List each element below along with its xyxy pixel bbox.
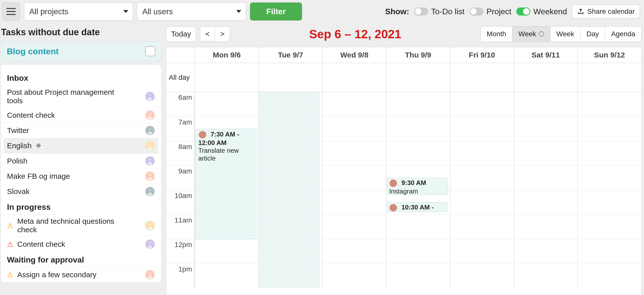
day-column[interactable] [258,92,322,288]
view-switch: Month Week Week Day Agenda [480,26,642,42]
task-group-header: Waiting for approval [1,252,161,267]
project-card-checkbox[interactable] [145,46,155,56]
toggle-todo-label: To-Do list [431,7,464,16]
day-header: Fri 9/10 [450,47,514,63]
prev-button[interactable]: < [200,26,215,42]
refresh-icon [539,31,544,37]
today-button-label: Today [171,30,191,38]
hamburger-icon [6,8,16,15]
calendar-event[interactable]: 9:30 AMInstagram [387,178,448,195]
allday-cell[interactable] [322,63,386,92]
avatar [145,186,155,196]
event-title: Translate new article [198,147,254,162]
toggle-project[interactable]: Project [470,7,512,16]
avatar [145,110,155,120]
chevron-down-icon [123,10,128,13]
show-label: Show: [385,7,409,16]
day-column[interactable] [514,92,578,288]
task-row[interactable]: Make FB og image [1,168,161,184]
task-title: Slovak [7,187,30,196]
hour-label: 9am [166,166,194,190]
top-toolbar: All projects All users Filter Show: To-D… [0,0,644,23]
warning-icon: ⚠ [7,222,13,230]
task-row[interactable]: English✥ [4,138,158,153]
task-row[interactable]: ⚠Meta and technical questions check [1,214,161,236]
task-row[interactable]: Polish [1,153,161,168]
hour-label: 1pm [166,264,194,288]
task-row[interactable]: ⚠Content check [1,236,161,252]
allday-cell[interactable] [258,63,322,92]
avatar [145,141,155,151]
task-title: Content check [7,111,55,120]
day-column[interactable] [578,92,641,288]
filter-button-label: Filter [266,7,286,16]
warning-icon: ⚠ [7,271,13,279]
hour-label: 10am [166,190,194,214]
task-group-header: Inbox [1,70,161,85]
avatar [145,220,155,230]
avatar [145,92,155,102]
calendar-panel: Today < > Sep 6 – 12, 2021 Month Week We… [163,23,644,295]
hour-label: 7am [166,116,194,141]
projects-select[interactable]: All projects [24,2,133,20]
day-column[interactable]: 7:30 AM - 12:00 AMTranslate new article [195,92,258,288]
task-row[interactable]: Twitter [1,123,161,138]
task-row[interactable]: Content check [1,108,161,123]
day-header: Wed 9/8 [322,47,386,63]
share-calendar-label: Share calendar [587,8,635,16]
task-list: InboxPost about Project management tools… [1,65,161,282]
task-title: Make FB og image [7,172,70,180]
toolbar-right: Show: To-Do list Project Weekend Share c… [385,4,644,18]
view-day-label: Day [586,30,599,38]
view-agenda[interactable]: Agenda [605,26,641,42]
filter-button[interactable]: Filter [250,2,302,20]
allday-cell[interactable] [578,63,641,92]
time-header-spacer [166,47,195,63]
share-calendar-button[interactable]: Share calendar [572,4,640,18]
day-column[interactable] [450,92,514,288]
day-column[interactable]: 9:30 AMInstagram 10:30 AM - [386,92,450,288]
chevron-left-icon: < [205,30,210,38]
menu-button[interactable] [2,2,20,20]
task-row[interactable]: ⚠Assign a few secondary [1,267,161,282]
next-button[interactable]: > [215,26,230,42]
view-month[interactable]: Month [481,26,512,42]
toggle-weekend-label: Weekend [533,7,567,16]
hour-label: 11am [166,214,194,239]
users-select[interactable]: All users [137,2,246,20]
calendar-event[interactable]: 7:30 AM - 12:00 AMTranslate new article [196,129,256,239]
day-header: Tue 9/7 [258,47,322,63]
task-title: Assign a few secondary [17,270,96,279]
toggle-weekend[interactable]: Weekend [516,7,567,16]
allday-cell[interactable] [450,63,514,92]
event-title: Instagram [389,188,446,195]
allday-cell[interactable] [195,63,258,92]
day-header: Thu 9/9 [386,47,450,63]
task-row[interactable]: Slovak [1,184,161,199]
date-range-title: Sep 6 – 12, 2021 [230,27,480,41]
allday-cell[interactable] [514,63,578,92]
today-button[interactable]: Today [166,26,196,42]
task-group-header: In progress [1,199,161,214]
move-icon: ✥ [36,142,41,149]
event-time: 9:30 AM [400,179,426,186]
hour-label: 8am [166,141,194,166]
task-row[interactable]: Post about Project management tools [1,85,161,108]
task-title: Meta and technical questions check [17,217,132,234]
view-week[interactable]: Week [550,26,580,42]
day-column[interactable] [322,92,386,288]
allday-cell[interactable] [386,63,450,92]
toggle-todo[interactable]: To-Do list [414,7,464,16]
calendar-event[interactable]: 10:30 AM - [387,202,448,212]
view-week2-label: Week [556,30,574,38]
avatar [145,126,155,136]
avatar [389,204,398,212]
project-card[interactable]: Blog content [1,42,161,61]
view-week-refresh[interactable]: Week [512,26,550,42]
drop-highlight [259,92,320,288]
day-header: Sun 9/12 [578,47,641,63]
calendar-toolbar: Today < > Sep 6 – 12, 2021 Month Week We… [166,24,642,44]
view-day[interactable]: Day [580,26,605,42]
hour-label: 6am [166,92,194,116]
view-month-label: Month [487,30,506,38]
